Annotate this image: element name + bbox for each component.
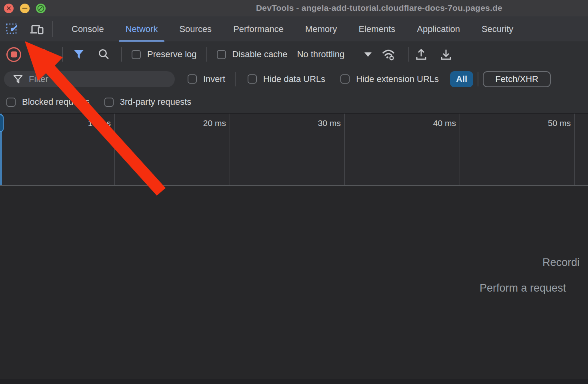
timeline-tick: 50 ms <box>460 114 575 185</box>
tab-sources[interactable]: Sources <box>168 16 222 42</box>
toolbar-divider <box>121 47 122 62</box>
window-title: DevTools - angela-add-tutorial.cloudflar… <box>256 3 502 13</box>
hide-extension-urls-checkbox[interactable]: Hide extension URLs <box>340 74 439 84</box>
minimize-window-button[interactable] <box>20 4 30 13</box>
third-party-requests-checkbox[interactable]: 3rd-party requests <box>104 97 192 107</box>
devtools-tab-bar: Console Network Sources Performance Memo… <box>0 16 588 42</box>
timeline-tick: 30 ms <box>230 114 345 185</box>
import-har-button[interactable] <box>412 46 430 63</box>
timeline-tick: 20 ms <box>115 114 230 185</box>
toolbar-divider <box>62 47 63 62</box>
hide-data-urls-checkbox[interactable]: Hide data URLs <box>248 74 325 84</box>
clear-network-log-button[interactable] <box>33 46 51 63</box>
title-bar: DevTools - angela-add-tutorial.cloudflar… <box>0 0 588 16</box>
record-network-log-button[interactable] <box>6 47 21 62</box>
disable-cache-checkbox[interactable]: Disable cache <box>217 49 288 60</box>
blocked-requests-checkbox-box <box>6 98 16 107</box>
third-party-requests-checkbox-box <box>104 98 114 107</box>
filter-bar-divider <box>478 72 478 86</box>
tab-performance[interactable]: Performance <box>222 16 294 42</box>
zoom-window-button[interactable] <box>36 4 46 13</box>
network-filter-bar: Invert Hide data URLs Hide extension URL… <box>0 67 588 91</box>
request-type-all-button[interactable]: All <box>450 71 473 87</box>
tab-elements[interactable]: Elements <box>348 16 406 42</box>
throttling-select[interactable]: No throttling <box>297 49 372 60</box>
empty-state-perform-request-text: Perform a request <box>480 282 566 294</box>
filter-input[interactable] <box>28 74 175 85</box>
request-type-fetch-xhr-button[interactable]: Fetch/XHR <box>483 71 551 87</box>
toggle-device-toolbar-button[interactable] <box>28 20 46 38</box>
toolbar-divider <box>206 47 207 62</box>
upload-icon <box>414 48 428 61</box>
record-stop-icon <box>11 52 17 58</box>
timeline-tick: 40 ms <box>345 114 460 185</box>
chevron-down-icon <box>364 52 372 57</box>
search-button[interactable] <box>95 46 112 63</box>
hide-data-urls-checkbox-box <box>248 74 257 84</box>
preserve-log-checkbox[interactable]: Preserve log <box>132 49 197 60</box>
timeline-tick: 10 ms <box>0 114 115 185</box>
network-toolbar: Preserve log Disable cache No throttling <box>0 42 588 67</box>
filter-funnel-icon <box>73 49 85 60</box>
close-window-button[interactable] <box>4 4 14 13</box>
device-toolbar-icon <box>29 22 44 36</box>
timeline-tick-empty <box>575 114 588 185</box>
funnel-icon <box>13 74 23 84</box>
inspect-cursor-icon <box>5 22 19 36</box>
disable-cache-checkbox-box <box>217 50 226 59</box>
network-overview-timeline[interactable]: 10 ms 20 ms 30 ms 40 ms 50 ms <box>0 114 588 186</box>
blocked-requests-checkbox[interactable]: Blocked requests <box>6 97 90 107</box>
network-conditions-button[interactable] <box>380 46 398 63</box>
invert-checkbox[interactable]: Invert <box>188 74 225 84</box>
clear-icon <box>36 48 48 61</box>
wifi-gear-icon <box>381 47 398 62</box>
toolbar-divider <box>408 47 409 62</box>
tab-memory[interactable]: Memory <box>294 16 348 42</box>
tab-security[interactable]: Security <box>471 16 524 42</box>
hide-extension-urls-checkbox-box <box>340 74 350 84</box>
window-bottom-edge <box>0 379 588 384</box>
filter-bar-divider <box>235 72 236 86</box>
filter-input-container[interactable] <box>4 71 175 87</box>
overview-resize-handle[interactable] <box>0 114 4 132</box>
devtools-window: { "window": { "title": "DevTools - angel… <box>0 0 588 384</box>
inspect-element-button[interactable] <box>3 20 21 38</box>
invert-checkbox-box <box>188 74 197 84</box>
export-har-button[interactable] <box>437 46 455 63</box>
filter-toggle-button[interactable] <box>70 46 88 63</box>
panel-tabs: Console Network Sources Performance Memo… <box>61 16 524 42</box>
tab-bar-divider <box>52 21 53 37</box>
download-icon <box>439 48 453 61</box>
preserve-log-checkbox-box <box>132 50 141 59</box>
tab-network[interactable]: Network <box>115 16 169 42</box>
network-filter-bar-row2: Blocked requests 3rd-party requests <box>0 91 588 114</box>
traffic-lights <box>4 4 46 13</box>
search-icon <box>97 48 110 61</box>
tab-console[interactable]: Console <box>61 16 115 42</box>
tab-application[interactable]: Application <box>406 16 471 42</box>
empty-state-recording-text: Recordi <box>542 256 580 269</box>
